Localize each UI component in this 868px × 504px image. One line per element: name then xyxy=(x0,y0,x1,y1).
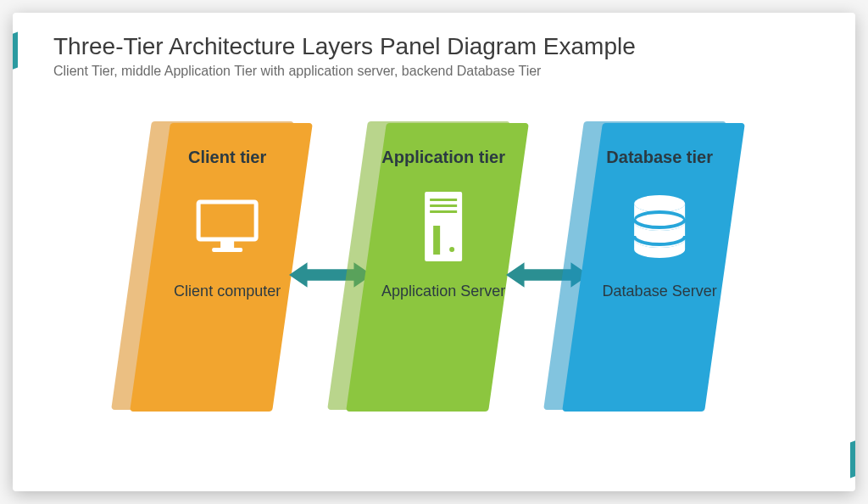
panel-content: Application tier Application Server xyxy=(380,147,507,301)
server-icon xyxy=(421,188,465,265)
slide-subtitle: Client Tier, middle Application Tier wit… xyxy=(53,64,815,79)
accent-tab-right xyxy=(850,438,855,478)
svg-rect-0 xyxy=(198,202,256,239)
panel-client-tier: Client tier Client computer xyxy=(131,121,309,410)
slide-frame: Three-Tier Architecture Layers Panel Dia… xyxy=(13,13,855,491)
tier-caption: Database Server xyxy=(603,282,717,301)
diagram-area: Client tier Client computer xyxy=(13,111,855,476)
tier-caption: Client computer xyxy=(174,282,281,301)
svg-rect-1 xyxy=(220,241,234,248)
tier-title: Client tier xyxy=(188,147,266,168)
monitor-icon xyxy=(193,188,261,265)
svg-rect-4 xyxy=(425,192,462,261)
svg-point-9 xyxy=(449,247,454,252)
slide-title: Three-Tier Architecture Layers Panel Dia… xyxy=(53,33,815,60)
accent-tab-left xyxy=(13,31,18,71)
svg-point-11 xyxy=(634,195,685,212)
svg-rect-6 xyxy=(430,204,457,207)
tier-caption: Application Server xyxy=(381,282,505,301)
tier-title: Database tier xyxy=(606,147,713,168)
database-icon xyxy=(630,188,689,265)
slide-header: Three-Tier Architecture Layers Panel Dia… xyxy=(13,13,855,86)
svg-rect-5 xyxy=(430,199,457,201)
tier-title: Application tier xyxy=(381,147,505,168)
panel-database-tier: Database tier xyxy=(564,121,742,410)
svg-rect-8 xyxy=(433,226,440,255)
panel-content: Client tier Client computer xyxy=(164,147,291,301)
panel-content: Database tier xyxy=(596,147,723,301)
svg-rect-2 xyxy=(212,248,242,252)
svg-rect-7 xyxy=(430,210,457,213)
panel-application-tier: Application tier Application Server xyxy=(348,121,526,410)
